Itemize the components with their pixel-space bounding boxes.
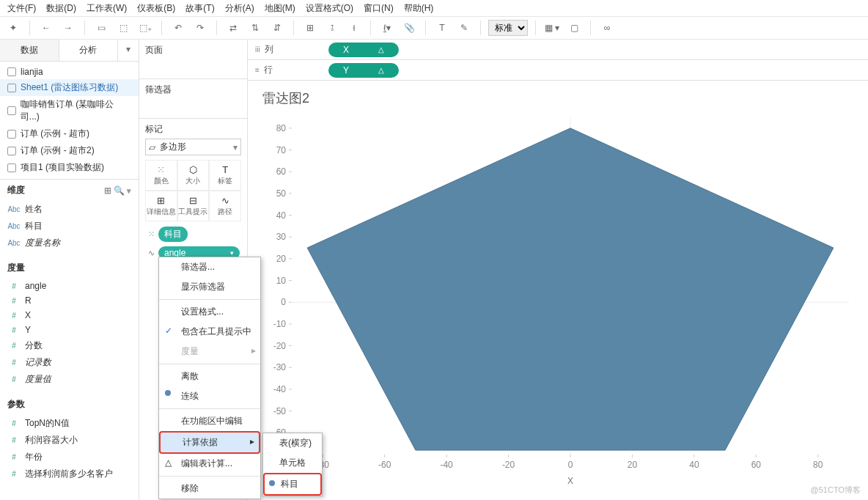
- shelf-detail[interactable]: ⊞详细信息: [145, 191, 177, 221]
- ctx-edit-tablecalc[interactable]: △编辑表计算...: [159, 454, 260, 474]
- rows-icon: ≡: [255, 66, 260, 74]
- save-icon[interactable]: ▭: [92, 19, 110, 37]
- field-item[interactable]: #Y: [0, 323, 139, 337]
- ctx-discrete[interactable]: 离散: [159, 367, 260, 386]
- forward-icon[interactable]: →: [59, 19, 77, 37]
- tooltip-icon: ⊟: [189, 195, 197, 206]
- datasource-list: lianjia Sheet1 (雷达图练习数据) 咖啡销售订单 (某咖啡公司..…: [0, 62, 139, 180]
- datasource-item[interactable]: 咖啡销售订单 (某咖啡公司...): [0, 96, 139, 125]
- field-item[interactable]: #年份: [0, 449, 139, 466]
- menu-data[interactable]: 数据(D): [42, 1, 81, 16]
- menu-map[interactable]: 地图(M): [260, 1, 300, 16]
- shelf-path[interactable]: ∿路径: [209, 191, 241, 221]
- sort-asc-icon[interactable]: ⇅: [246, 19, 264, 37]
- submenu-subject[interactable]: 科目: [263, 473, 322, 496]
- datasource-item[interactable]: lianjia: [0, 65, 139, 79]
- present-icon[interactable]: ▢: [565, 19, 583, 37]
- swap-icon[interactable]: ⇄: [224, 19, 242, 37]
- svg-text:-20: -20: [273, 341, 287, 351]
- sort1-icon[interactable]: ⫱: [323, 19, 341, 37]
- datasource-item[interactable]: 订单 (示例 - 超市2): [0, 142, 139, 159]
- svg-text:-50: -50: [273, 406, 287, 416]
- svg-text:20: 20: [628, 460, 638, 470]
- menu-file[interactable]: 文件(F): [3, 1, 40, 16]
- size-icon: ⬡: [189, 164, 197, 175]
- undo-icon[interactable]: ↶: [169, 19, 187, 37]
- menu-worksheet[interactable]: 工作表(W): [82, 1, 131, 16]
- field-item[interactable]: #记录数: [0, 354, 139, 371]
- datasource-item[interactable]: Sheet1 (雷达图练习数据): [0, 79, 139, 96]
- ctx-format[interactable]: 设置格式...: [159, 302, 260, 322]
- field-item[interactable]: #angle: [0, 279, 139, 293]
- chart-title[interactable]: 雷达图2: [248, 81, 868, 110]
- field-item[interactable]: #分数: [0, 337, 139, 354]
- share-icon[interactable]: ∞: [598, 19, 616, 37]
- redo-icon[interactable]: ↷: [191, 19, 209, 37]
- ctx-include-tooltip[interactable]: ✓包含在工具提示中: [159, 322, 260, 342]
- svg-text:-20: -20: [502, 460, 515, 470]
- annotate-icon[interactable]: ✎: [455, 19, 473, 37]
- field-item[interactable]: Abc姓名: [0, 201, 139, 218]
- shelf-color[interactable]: ⁙颜色: [145, 160, 177, 191]
- field-item[interactable]: #R: [0, 293, 139, 308]
- submenu-cell[interactable]: 单元格: [263, 453, 322, 473]
- fit-mode-select[interactable]: 标准: [488, 20, 528, 36]
- field-item[interactable]: #度量值: [0, 371, 139, 388]
- view-mode-icon[interactable]: ⊞: [104, 185, 111, 196]
- menu-analysis[interactable]: 分析(A): [221, 1, 259, 16]
- shelf-size[interactable]: ⬡大小: [177, 160, 210, 191]
- menu-help[interactable]: 帮助(H): [400, 1, 438, 16]
- ctx-remove[interactable]: 移除: [159, 479, 260, 499]
- svg-text:-60: -60: [378, 460, 391, 470]
- sort-desc-icon[interactable]: ⇵: [268, 19, 286, 37]
- menu-bar: 文件(F) 数据(D) 工作表(W) 仪表板(B) 故事(T) 分析(A) 地图…: [0, 0, 868, 16]
- pill-color-dimension[interactable]: 科目: [158, 227, 188, 242]
- ctx-compute-using[interactable]: 计算依据▸ 表(横穿) 单元格 科目: [159, 431, 260, 454]
- ctx-filter[interactable]: 筛选器...: [159, 257, 260, 277]
- field-item[interactable]: Abc度量名称: [0, 235, 139, 251]
- label-icon[interactable]: T: [433, 19, 451, 37]
- sort2-icon[interactable]: ⫲: [345, 19, 363, 37]
- field-item[interactable]: #X: [0, 308, 139, 323]
- datasource-item[interactable]: 订单 (示例 - 超市): [0, 125, 139, 142]
- new-worksheet-icon[interactable]: ⬚₊: [136, 19, 154, 37]
- group-icon[interactable]: ⊞: [301, 19, 319, 37]
- submenu-table-across[interactable]: 表(横穿): [263, 433, 322, 453]
- ctx-show-filter[interactable]: 显示筛选器: [159, 277, 260, 297]
- back-icon[interactable]: ←: [37, 19, 55, 37]
- color-icon: ⁙: [157, 164, 165, 175]
- panel-more-icon[interactable]: ▾: [118, 40, 139, 61]
- tab-data[interactable]: 数据: [0, 40, 59, 61]
- panel-tabs: 数据 分析 ▾: [0, 40, 139, 62]
- ctx-measure: 度量▸: [159, 342, 260, 361]
- showme-icon[interactable]: ▦ ▾: [543, 19, 561, 37]
- rows-pill[interactable]: Y△: [328, 63, 399, 78]
- datasource-item[interactable]: 项目1 (项目实验数据): [0, 159, 139, 176]
- field-item[interactable]: #利润容器大小: [0, 432, 139, 449]
- field-item[interactable]: #选择利润前多少名客户: [0, 466, 139, 482]
- shelf-label[interactable]: T标签: [209, 160, 241, 191]
- menu-dashboard[interactable]: 仪表板(B): [133, 1, 180, 16]
- highlight-icon[interactable]: ℓ ▾: [378, 19, 396, 37]
- chart-canvas[interactable]: -60-50-40-30-20-1001020304050607080-80-6…: [248, 110, 868, 497]
- submenu-compute-using: 表(横穿) 单元格 科目: [262, 433, 323, 496]
- pages-shelf-label: 页面: [145, 44, 241, 56]
- ctx-continuous[interactable]: 连续: [159, 386, 260, 406]
- mark-type-select[interactable]: ▱多边形▾: [145, 139, 241, 155]
- ctx-edit-inline[interactable]: 在功能区中编辑: [159, 411, 260, 431]
- new-datasource-icon[interactable]: ⬚: [114, 19, 132, 37]
- columns-shelf[interactable]: iii列 X△: [248, 40, 868, 60]
- menu-window[interactable]: 窗口(N): [359, 1, 398, 16]
- menu-format[interactable]: 设置格式(O): [301, 1, 358, 16]
- tab-analysis[interactable]: 分析: [59, 40, 119, 61]
- columns-pill[interactable]: X△: [328, 43, 399, 57]
- field-item[interactable]: #TopN的N值: [0, 415, 139, 432]
- menu-story[interactable]: 故事(T): [181, 1, 218, 16]
- shelf-tooltip[interactable]: ⊟工具提示: [177, 191, 210, 221]
- pin-icon[interactable]: 📎: [400, 19, 418, 37]
- field-item[interactable]: Abc科目: [0, 218, 139, 235]
- rows-shelf[interactable]: ≡行 Y△: [248, 60, 868, 81]
- db-icon: [7, 67, 16, 76]
- measures-list: #angle #R #X #Y #分数 #记录数 #度量值: [0, 279, 139, 394]
- search-field-icon[interactable]: 🔍: [114, 185, 125, 196]
